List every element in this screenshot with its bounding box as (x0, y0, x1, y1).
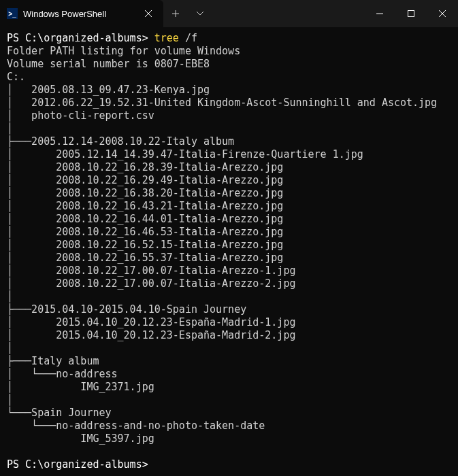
output-line: │ 2008.10.22_16.38.20-Italia-Arezzo.jpg (7, 187, 283, 199)
window-controls (364, 0, 458, 27)
output-line: │ 2012.06.22_19.52.31-United Kingdom-Asc… (7, 97, 437, 109)
command: tree (154, 32, 179, 44)
tab-powershell[interactable]: >_ Windows PowerShell (0, 0, 163, 27)
output-line: │ 2008.10.22_16.44.01-Italia-Arezzo.jpg (7, 213, 283, 225)
output-line: │ 2008.10.22_16.46.53-Italia-Arezzo.jpg (7, 226, 283, 238)
output-line: │ (7, 290, 13, 303)
output-line: │ 2005.08.13_09.47.23-Kenya.jpg (7, 84, 210, 96)
tab-title: Windows PowerShell (23, 9, 139, 19)
output-line: │ 2008.10.22_16.43.21-Italia-Arezzo.jpg (7, 200, 283, 212)
powershell-icon: >_ (7, 8, 18, 19)
tab-dropdown-button[interactable] (188, 0, 212, 27)
output-line: │ 2008.10.22_16.52.15-Italia-Arezzo.jpg (7, 239, 283, 251)
output-line: │ (7, 122, 13, 135)
output-line: │ 2008.10.22_17.00.07-Italia-Arezzo-1.jp… (7, 265, 295, 277)
close-button[interactable] (427, 0, 458, 27)
minimize-button[interactable] (364, 0, 395, 27)
title-bar: >_ Windows PowerShell (0, 0, 458, 27)
output-line: └───Spain Journey (7, 407, 112, 419)
output-line: │ 2015.04.10_20.12.23-España-Madrid-1.jp… (7, 316, 295, 328)
tab-close-button[interactable] (139, 4, 158, 23)
command-args: /f (185, 32, 197, 44)
output-line: │ (7, 394, 13, 406)
output-line: │ 2008.10.22_17.00.07-Italia-Arezzo-2.jp… (7, 277, 295, 290)
prompt-path: PS C:\organized-albums> (7, 458, 148, 471)
output-line: Folder PATH listing for volume Windows (7, 45, 240, 57)
output-line: IMG_5397.jpg (7, 432, 154, 445)
output-line: │ 2008.10.22_16.28.39-Italia-Arezzo.jpg (7, 161, 283, 173)
output-line: │ (7, 342, 13, 354)
title-bar-spacer[interactable] (212, 0, 364, 27)
output-line: │ photo-cli-report.csv (7, 109, 154, 122)
output-line: │ 2005.12.14_14.39.47-Italia-Firenze-Qua… (7, 148, 363, 160)
output-line: │ └───no-address (7, 368, 118, 380)
output-line: ├───2005.12.14-2008.10.22-Italy album (7, 135, 234, 148)
output-line: │ 2015.04.10_20.12.23-España-Madrid-2.jp… (7, 329, 295, 341)
new-tab-button[interactable] (163, 0, 188, 27)
maximize-button[interactable] (395, 0, 427, 27)
svg-rect-0 (408, 11, 414, 17)
output-line: └───no-address-and-no-photo-taken-date (7, 420, 265, 432)
output-line: C:. (7, 71, 25, 83)
output-line: │ 2008.10.22_16.55.37-Italia-Arezzo.jpg (7, 252, 283, 264)
output-line: │ 2008.10.22_16.29.49-Italia-Arezzo.jpg (7, 174, 283, 186)
terminal-content[interactable]: PS C:\organized-albums> tree /f Folder P… (0, 27, 458, 476)
output-line: Volume serial number is 0807-EBE8 (7, 58, 210, 70)
prompt-path: PS C:\organized-albums> (7, 32, 148, 44)
output-line: ├───2015.04.10-2015.04.10-Spain Journey (7, 303, 246, 316)
output-line: │ IMG_2371.jpg (7, 381, 154, 393)
output-line: ├───Italy album (7, 355, 99, 367)
